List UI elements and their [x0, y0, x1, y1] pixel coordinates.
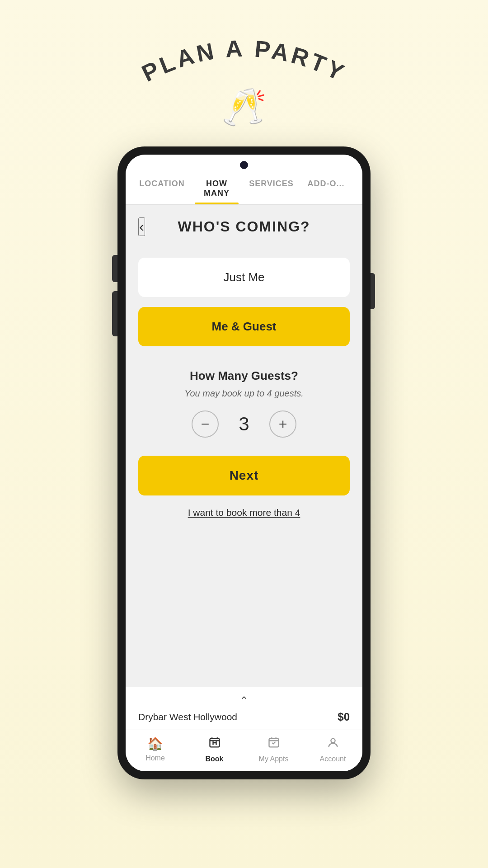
- page-title: WHO'S COMING?: [178, 218, 310, 235]
- tab-navigation: LOCATION HOW MANY SERVICES ADD-O...: [126, 173, 362, 205]
- tab-location[interactable]: LOCATION: [135, 173, 189, 204]
- guest-count: 3: [235, 413, 253, 435]
- status-bar: [126, 155, 362, 173]
- nav-account[interactable]: Account: [303, 736, 362, 763]
- nav-book-label: Book: [206, 755, 224, 763]
- options-area: Just Me Me & Guest: [126, 244, 362, 355]
- appts-icon: [267, 736, 280, 752]
- tab-how-many[interactable]: HOW MANY: [189, 173, 244, 204]
- volume-button-2: [112, 291, 117, 336]
- back-button[interactable]: ‹: [138, 217, 145, 236]
- phone-screen: LOCATION HOW MANY SERVICES ADD-O... ‹ WH…: [126, 155, 362, 771]
- plan-a-party-title: PLAN A PARTY: [131, 36, 357, 90]
- guests-section: How Many Guests? You may book up to 4 gu…: [126, 355, 362, 447]
- champagne-icon: 🥂: [221, 86, 267, 128]
- location-name: Drybar West Hollywood: [138, 712, 237, 722]
- me-and-guest-option[interactable]: Me & Guest: [138, 307, 350, 346]
- top-section: PLAN A PARTY 🥂: [131, 0, 357, 128]
- power-button: [371, 273, 375, 309]
- bottom-navigation: 🏠 Home Book: [126, 730, 362, 771]
- increment-button[interactable]: +: [269, 410, 296, 438]
- screen-content: ‹ WHO'S COMING? Just Me Me & Guest How M…: [126, 205, 362, 687]
- home-icon: 🏠: [147, 736, 163, 751]
- nav-book[interactable]: Book: [185, 736, 244, 763]
- nav-appts-label: My Appts: [259, 755, 289, 763]
- next-button[interactable]: Next: [138, 456, 350, 495]
- decrement-button[interactable]: −: [192, 410, 219, 438]
- nav-account-label: Account: [320, 755, 346, 763]
- svg-text:PLAN A PARTY: PLAN A PARTY: [138, 36, 351, 87]
- book-more-link[interactable]: I want to book more than 4: [188, 507, 300, 518]
- nav-home-label: Home: [145, 754, 165, 762]
- bottom-info-bar: ⌃ Drybar West Hollywood $0: [126, 687, 362, 730]
- location-price-row: Drybar West Hollywood $0: [138, 711, 350, 723]
- svg-point-8: [331, 739, 335, 743]
- phone-frame: LOCATION HOW MANY SERVICES ADD-O... ‹ WH…: [117, 146, 371, 779]
- tab-services[interactable]: SERVICES: [244, 173, 299, 204]
- volume-button-1: [112, 255, 117, 282]
- guests-subtitle: You may book up to 4 guests.: [184, 388, 304, 399]
- chevron-up-icon[interactable]: ⌃: [239, 694, 249, 707]
- tab-add-ons[interactable]: ADD-O...: [299, 173, 353, 204]
- content-header: ‹ WHO'S COMING?: [126, 205, 362, 244]
- book-icon: [208, 736, 221, 752]
- camera-dot: [240, 161, 248, 169]
- price-display: $0: [338, 711, 350, 723]
- counter-row: − 3 +: [192, 410, 296, 438]
- nav-home[interactable]: 🏠 Home: [126, 736, 185, 763]
- account-icon: [327, 736, 339, 752]
- next-button-area: Next: [126, 447, 362, 503]
- guests-title: How Many Guests?: [190, 369, 298, 383]
- book-more-section: I want to book more than 4: [126, 503, 362, 527]
- just-me-option[interactable]: Just Me: [138, 258, 350, 297]
- nav-my-appts[interactable]: My Appts: [244, 736, 303, 763]
